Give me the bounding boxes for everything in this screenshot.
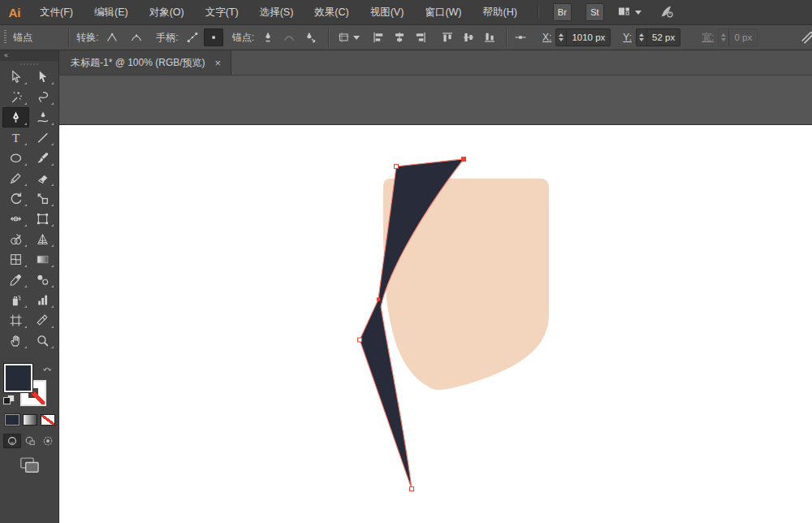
tab-close-button[interactable]: × [215,58,222,68]
menubar-item-0[interactable]: 文件(F) [29,0,84,24]
mesh-tool[interactable] [2,249,29,270]
control-bar: 锚点 转换: 手柄: [0,24,812,50]
width-tool[interactable] [2,209,29,229]
connect-icon [514,31,527,44]
connect-path-button[interactable] [279,28,299,46]
slice-tool[interactable] [29,310,56,331]
y-field[interactable]: 52 px [636,28,680,46]
hide-handles-button[interactable] [204,28,223,46]
draw-normal-button[interactable] [3,434,21,448]
none-button[interactable] [41,414,55,426]
menubar-item-4[interactable]: 选择(S) [249,0,304,24]
mini-black-swatch [3,397,11,404]
app-logo-icon: Ai [0,6,29,19]
x-label[interactable]: X: [542,32,551,43]
scale-tool[interactable] [29,188,56,209]
draw-inside-button[interactable] [39,434,57,448]
y-label[interactable]: Y: [623,32,632,43]
align-left-button[interactable] [369,28,388,46]
clipped-toolbar-icon[interactable] [800,28,812,48]
swap-fill-stroke-button[interactable] [42,364,54,378]
show-handles-button[interactable] [183,28,202,46]
paintbrush-tool[interactable] [29,148,56,168]
pasteboard[interactable] [59,76,812,124]
menubar-item-1[interactable]: 编辑(E) [84,0,139,24]
y-stepper[interactable] [637,29,647,45]
eraser-tool[interactable] [29,168,56,188]
separator [68,28,70,47]
x-stepper[interactable] [556,29,567,45]
menubar-item-5[interactable]: 效果(C) [304,0,359,24]
convert-corner-icon [106,31,119,44]
gradient-button[interactable] [23,414,37,426]
color-button[interactable] [5,414,19,426]
align-center-horizontal-button[interactable] [390,28,409,46]
connect-endpoints-button[interactable] [511,28,530,46]
menubar-item-2[interactable]: 对象(O) [139,0,195,24]
panel-drag-grip[interactable] [20,63,38,65]
anchor-point-3[interactable] [358,338,362,342]
ellipse-tool[interactable] [2,148,29,168]
anchor-point-2[interactable] [377,298,379,300]
fill-swatch[interactable] [4,364,32,392]
align-top-button[interactable] [438,28,457,46]
panel-grip[interactable] [4,30,6,45]
selection-tool[interactable] [2,67,29,87]
menubar-item-8[interactable]: 帮助(H) [473,0,528,24]
draw-behind-button[interactable] [21,434,39,448]
curvature-tool[interactable] [29,107,56,128]
x-value[interactable]: 1010 px [567,32,610,42]
perspective-grid-tool[interactable] [29,229,56,249]
line-segment-tool[interactable] [29,128,56,148]
lasso-tool[interactable] [29,87,56,107]
collapse-panel-button[interactable]: « [0,50,58,61]
direct-selection-tool[interactable] [29,67,56,87]
bridge-button[interactable]: Br [553,3,572,21]
blend-tool[interactable] [29,270,56,290]
artboard-canvas[interactable] [59,124,812,523]
y-value[interactable]: 52 px [647,32,680,42]
anchor-point-1[interactable] [395,164,399,168]
shape-builder-tool[interactable] [2,229,29,249]
pencil-tool[interactable] [2,168,29,188]
screen-mode-button[interactable] [19,456,41,478]
default-fill-stroke-button[interactable] [3,395,15,404]
document-tab[interactable]: 未标题-1* @ 100% (RGB/预览) × [59,50,231,75]
anchors-label: 锚点: [232,31,254,45]
gradient-tool[interactable] [29,249,56,270]
x-field[interactable]: 1010 px [555,28,611,46]
eyedropper-tool[interactable] [2,270,29,290]
free-transform-tool[interactable] [29,209,56,229]
remove-anchor-button[interactable] [258,28,278,46]
cut-path-button[interactable] [300,28,320,46]
symbol-sprayer-tool[interactable] [2,290,29,310]
draw-inside-icon [42,435,54,447]
magic-wand-tool[interactable] [2,87,29,107]
menubar-item-7[interactable]: 窗口(W) [414,0,472,24]
align-bottom-button[interactable] [480,28,499,46]
type-tool[interactable]: T [2,128,29,148]
anchor-point-0[interactable] [462,157,466,161]
align-right-button[interactable] [411,28,430,46]
workspace-switcher[interactable] [617,5,641,20]
artwork-svg[interactable] [59,125,812,523]
artboard-tool[interactable] [2,310,29,331]
stock-button[interactable]: St [585,3,604,21]
align-top-icon [441,31,454,44]
rotate-tool[interactable] [2,188,29,209]
width-value: 0 px [729,32,757,42]
pen-tool[interactable] [2,107,29,128]
convert-to-corner-button[interactable] [102,28,122,46]
convert-to-smooth-button[interactable] [127,28,146,46]
hand-tool[interactable] [2,331,29,351]
artboard-icon [338,31,351,44]
menubar-item-3[interactable]: 文字(T) [195,0,249,24]
column-graph-tool[interactable] [29,290,56,310]
workspace-layout-icon [617,5,631,20]
anchor-point-4[interactable] [410,487,414,491]
zoom-tool[interactable] [29,331,56,351]
cs-live-button[interactable] [659,4,674,21]
align-center-vertical-button[interactable] [459,28,478,46]
menubar-item-6[interactable]: 视图(V) [360,0,415,24]
align-to-selection-dropdown[interactable] [335,28,362,46]
